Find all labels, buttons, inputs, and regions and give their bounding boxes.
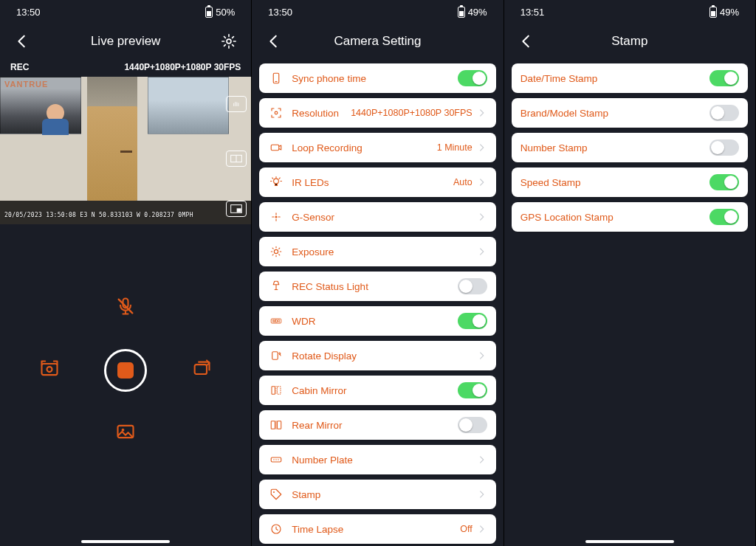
camera-setting-screen: 13:50 49% Camera Setting Sync phone time… — [252, 0, 504, 546]
video-preview[interactable]: VANTRUE 20/05/2023 13:50:08 E3 N 50.8331… — [0, 77, 251, 224]
status-time: 13:51 — [520, 7, 545, 18]
page-title: Live preview — [32, 34, 219, 49]
overlay-btn-3[interactable] — [226, 201, 247, 217]
setting-row[interactable]: G-Sensor — [259, 202, 495, 232]
chevron-right-icon — [477, 350, 487, 361]
setting-label: REC Status Light — [292, 281, 457, 292]
setting-label: Resolution — [292, 108, 351, 119]
setting-label: Brand/Model Stamp — [520, 108, 709, 119]
lamp-icon — [268, 280, 284, 293]
settings-button[interactable] — [219, 31, 239, 52]
gsensor-icon — [268, 210, 284, 224]
rec-label: REC — [10, 62, 29, 72]
status-bar: 13:51 49% — [504, 0, 755, 24]
live-preview-screen: 13:50 50% Live preview REC 1440P+1080P+1… — [0, 0, 252, 546]
setting-row[interactable]: Rear Mirror — [259, 410, 495, 440]
toggle[interactable] — [709, 139, 739, 156]
stamp-list[interactable]: Date/Time StampBrand/Model StampNumber S… — [504, 59, 755, 546]
overlay-btn-1[interactable] — [226, 96, 247, 112]
status-battery: 49% — [720, 7, 739, 18]
toggle[interactable] — [458, 382, 487, 398]
setting-row[interactable]: Date/Time Stamp — [512, 63, 748, 93]
chevron-right-icon — [477, 524, 487, 534]
pip-rear — [148, 77, 229, 134]
chevron-right-icon — [477, 177, 487, 187]
setting-label: WDR — [292, 316, 457, 327]
switch-camera-button[interactable] — [191, 359, 212, 382]
setting-row[interactable]: WDR — [259, 306, 495, 336]
toggle[interactable] — [458, 278, 487, 294]
setting-row[interactable]: Loop Recording1 Minute — [259, 133, 495, 162]
app-header: Camera Setting — [252, 24, 503, 59]
page-title: Camera Setting — [284, 34, 470, 49]
setting-label: Loop Recording — [292, 142, 436, 153]
settings-list[interactable]: Sync phone timeResolution1440P+1080P+108… — [252, 59, 503, 546]
record-button[interactable] — [104, 349, 147, 392]
chevron-right-icon — [477, 246, 487, 257]
setting-label: Date/Time Stamp — [520, 73, 709, 84]
setting-label: Rear Mirror — [292, 420, 457, 431]
battery-icon — [458, 7, 465, 18]
setting-label: Time Lapse — [292, 524, 460, 535]
toggle[interactable] — [458, 313, 487, 329]
overlay-btn-2[interactable] — [226, 151, 247, 167]
mirror-icon — [268, 384, 284, 397]
setting-row[interactable]: Number Stamp — [512, 133, 748, 162]
back-button[interactable] — [516, 31, 537, 52]
snapshot-button[interactable] — [39, 359, 60, 382]
back-button[interactable] — [264, 31, 284, 52]
toggle[interactable] — [458, 70, 487, 86]
setting-row[interactable]: GPS Location Stamp — [512, 202, 748, 232]
setting-label: Number Stamp — [520, 142, 709, 153]
setting-row[interactable]: Rotate Display — [259, 341, 495, 370]
toggle[interactable] — [709, 174, 739, 190]
nav-bar[interactable] — [81, 540, 170, 543]
back-button[interactable] — [12, 31, 32, 52]
setting-label: Speed Stamp — [520, 177, 709, 188]
setting-label: Sync phone time — [292, 73, 457, 84]
rotate-icon — [268, 349, 284, 362]
chevron-right-icon — [477, 455, 487, 465]
app-header: Live preview — [0, 24, 251, 59]
setting-label: Exposure — [292, 246, 476, 258]
status-battery: 49% — [468, 7, 487, 18]
battery-icon — [709, 7, 717, 18]
setting-value: Off — [460, 524, 472, 534]
focus-icon — [268, 106, 284, 120]
setting-row[interactable]: Time LapseOff — [259, 514, 495, 544]
setting-label: Number Plate — [292, 455, 476, 466]
wdr-icon — [268, 314, 284, 328]
plate-icon — [268, 453, 284, 466]
setting-row[interactable]: Resolution1440P+1080P+1080P 30FPS — [259, 98, 495, 128]
setting-value: 1440P+1080P+1080P 30FPS — [351, 108, 472, 118]
stamp-screen: 13:51 49% Stamp Date/Time StampBrand/Mod… — [504, 0, 756, 546]
mic-toggle[interactable] — [115, 296, 136, 319]
resolution-label: 1440P+1080P+1080P 30FPS — [124, 62, 241, 72]
page-title: Stamp — [537, 34, 723, 49]
toggle[interactable] — [709, 70, 739, 86]
nav-bar[interactable] — [333, 540, 422, 543]
setting-row[interactable]: Sync phone time — [259, 63, 495, 93]
setting-row[interactable]: Cabin Mirror — [259, 376, 495, 405]
gallery-button[interactable] — [115, 421, 136, 445]
toggle[interactable] — [709, 105, 739, 121]
clock-icon — [268, 522, 284, 536]
setting-row[interactable]: Number Plate — [259, 445, 495, 474]
nav-bar[interactable] — [585, 540, 674, 543]
brand-watermark: VANTRUE — [4, 80, 48, 89]
setting-row[interactable]: Stamp — [259, 480, 495, 509]
toggle[interactable] — [709, 209, 739, 225]
toggle[interactable] — [458, 417, 487, 433]
setting-row[interactable]: IR LEDsAuto — [259, 167, 495, 197]
setting-label: Stamp — [292, 489, 476, 500]
phone-icon — [268, 72, 284, 85]
setting-row[interactable]: REC Status Light — [259, 272, 495, 301]
setting-row[interactable]: Speed Stamp — [512, 167, 748, 197]
setting-row[interactable]: Exposure — [259, 237, 495, 266]
setting-label: IR LEDs — [292, 177, 453, 188]
osd-overlay: 20/05/2023 13:50:08 E3 N 50.833103 W 0.2… — [4, 212, 193, 218]
setting-label: GPS Location Stamp — [520, 212, 709, 223]
setting-label: G-Sensor — [292, 212, 476, 223]
setting-row[interactable]: Brand/Model Stamp — [512, 98, 748, 128]
status-battery: 50% — [216, 7, 235, 18]
